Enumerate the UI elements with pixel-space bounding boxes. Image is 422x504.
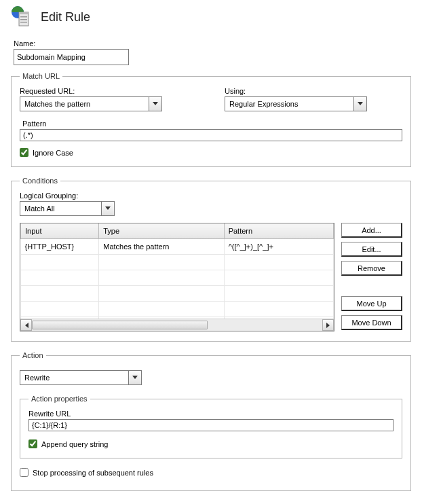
edit-rule-icon: [11, 5, 34, 29]
svg-rect-3: [20, 16, 27, 18]
col-type[interactable]: Type: [99, 223, 224, 239]
action-type-select[interactable]: Rewrite: [20, 370, 142, 385]
cell-pattern: ^([^_]+)_[^_]+: [224, 239, 333, 255]
rewrite-url-input[interactable]: [28, 419, 394, 431]
table-row: [21, 302, 334, 317]
pattern-label: Pattern: [22, 120, 402, 128]
cell-input: {HTTP_HOST}: [21, 239, 99, 255]
requested-url-label: Requested URL:: [20, 87, 197, 95]
table-row: [21, 255, 334, 270]
stop-processing-checkbox[interactable]: [20, 468, 28, 477]
conditions-group: Conditions Logical Grouping: Match All: [11, 177, 411, 342]
edit-button[interactable]: Edit...: [341, 242, 402, 257]
match-url-group: Match URL Requested URL: Matches the pat…: [11, 72, 411, 167]
remove-button[interactable]: Remove: [341, 261, 402, 276]
svg-rect-5: [20, 22, 27, 23]
pattern-input[interactable]: [20, 129, 402, 141]
action-group: Action Rewrite Action properties Rewrite…: [11, 351, 411, 491]
ignore-case-checkbox[interactable]: [20, 148, 28, 157]
table-row[interactable]: {HTTP_HOST} Matches the pattern ^([^_]+)…: [21, 239, 334, 255]
table-row: [21, 270, 334, 286]
action-properties-legend: Action properties: [28, 395, 90, 403]
ignore-case-label: Ignore Case: [33, 149, 73, 157]
horizontal-scrollbar[interactable]: [20, 319, 334, 331]
scroll-right-icon[interactable]: [322, 319, 334, 331]
page-title: Edit Rule: [41, 10, 90, 24]
requested-url-select[interactable]: Matches the pattern: [20, 96, 162, 111]
name-input[interactable]: [14, 49, 129, 65]
cell-type: Matches the pattern: [99, 239, 224, 255]
move-up-button[interactable]: Move Up: [341, 296, 402, 311]
action-properties-group: Action properties Rewrite URL Append que…: [20, 395, 402, 458]
append-query-string-checkbox[interactable]: [28, 439, 37, 448]
table-row: [21, 286, 334, 302]
svg-marker-10: [326, 323, 330, 328]
conditions-legend: Conditions: [20, 177, 60, 185]
using-label: Using:: [225, 87, 402, 95]
name-label: Name:: [14, 39, 411, 48]
col-pattern[interactable]: Pattern: [224, 223, 333, 239]
rewrite-url-label: Rewrite URL: [28, 410, 394, 418]
svg-rect-2: [19, 12, 28, 14]
scroll-track[interactable]: [32, 319, 322, 331]
stop-processing-label: Stop processing of subsequent rules: [33, 469, 153, 477]
logical-grouping-label: Logical Grouping:: [20, 192, 402, 200]
using-select[interactable]: Regular Expressions: [225, 96, 367, 111]
scroll-left-icon[interactable]: [20, 319, 32, 331]
logical-grouping-select[interactable]: Match All: [20, 201, 115, 216]
move-down-button[interactable]: Move Down: [341, 315, 402, 330]
conditions-grid[interactable]: Input Type Pattern {HTTP_HOST} Matches t…: [20, 223, 334, 331]
svg-marker-9: [25, 323, 28, 328]
scroll-thumb[interactable]: [32, 321, 208, 329]
col-input[interactable]: Input: [21, 223, 99, 239]
append-query-string-label: Append query string: [41, 440, 108, 448]
add-button[interactable]: Add...: [341, 223, 402, 238]
action-legend: Action: [20, 351, 46, 359]
match-url-legend: Match URL: [20, 72, 62, 80]
svg-rect-4: [20, 19, 27, 20]
